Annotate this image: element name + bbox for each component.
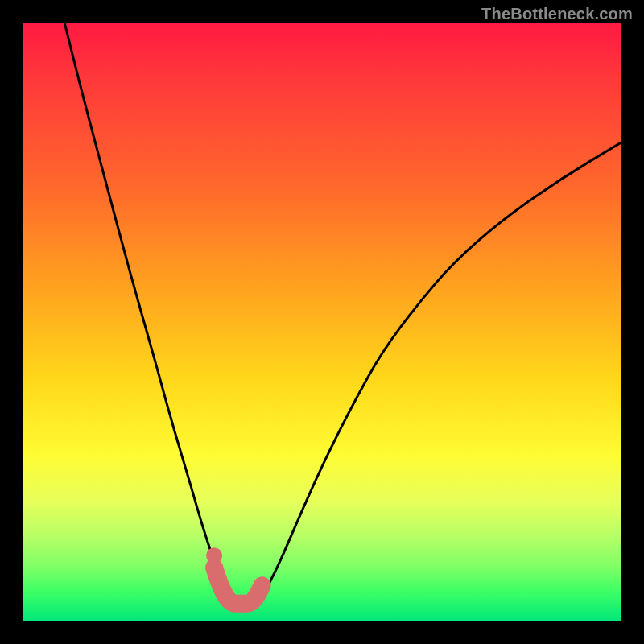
watermark-text: TheBottleneck.com (481, 5, 633, 23)
plot-area (23, 23, 621, 621)
curve-layer (23, 23, 621, 621)
marker-dot (206, 547, 222, 564)
bottleneck-curve (64, 23, 621, 609)
chart-frame: TheBottleneck.com (0, 0, 644, 644)
optimal-region-marker (214, 568, 262, 604)
